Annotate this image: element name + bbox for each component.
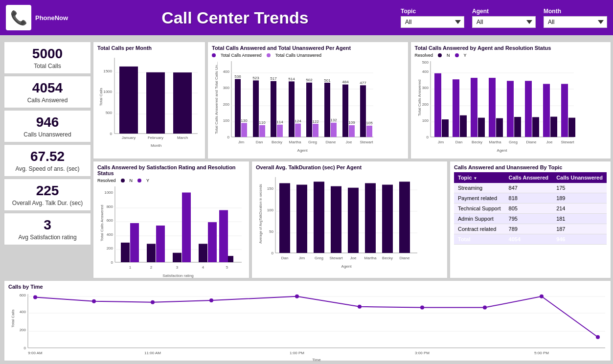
kpi-answered-value: 4054 bbox=[6, 80, 89, 96]
agent-filter-group: Agent All bbox=[472, 8, 536, 28]
topic-filter-select[interactable]: All bbox=[401, 16, 464, 28]
svg-text:Stewart: Stewart bbox=[329, 256, 343, 260]
svg-text:4: 4 bbox=[202, 265, 204, 270]
bar-march bbox=[173, 72, 192, 134]
bar-sat-4-n bbox=[199, 244, 207, 262]
topic-table-panel: Calls Answered and Unanswered By Topic T… bbox=[450, 161, 611, 278]
bar-greg-unanswered bbox=[313, 124, 318, 137]
month-filter-group: Month All bbox=[544, 8, 607, 28]
svg-text:1:00 PM: 1:00 PM bbox=[290, 351, 304, 355]
svg-text:130: 130 bbox=[241, 118, 248, 123]
legend-answered-dot bbox=[212, 53, 216, 57]
dot-1pm bbox=[295, 295, 299, 298]
svg-text:Diane: Diane bbox=[526, 140, 536, 144]
chart-title-avg-talk: Overall Avg. TalkDuration (sec) Per Agen… bbox=[256, 164, 443, 170]
legend-unanswered-label: Total Calls Unanswered bbox=[275, 53, 322, 58]
bar-res-becky-y bbox=[471, 78, 477, 137]
svg-text:400: 400 bbox=[20, 310, 26, 314]
svg-text:0: 0 bbox=[227, 135, 230, 139]
bar-january bbox=[119, 67, 138, 134]
kpi-answered: 4054 Calls Answered bbox=[4, 76, 91, 108]
svg-text:0: 0 bbox=[111, 260, 114, 265]
svg-text:3: 3 bbox=[176, 265, 179, 270]
kpi-avg-speed-value: 67.52 bbox=[6, 149, 89, 164]
agent-filter-select[interactable]: All bbox=[472, 16, 536, 28]
svg-text:Diane: Diane bbox=[400, 256, 410, 260]
bar-res-dan-y bbox=[453, 79, 459, 137]
dot-9am bbox=[33, 296, 37, 299]
cell-topic: Technical Support bbox=[454, 204, 505, 214]
svg-text:1000: 1000 bbox=[103, 90, 112, 94]
dot-11am bbox=[151, 300, 155, 304]
month-filter-select[interactable]: All bbox=[544, 16, 607, 28]
bar-talk-jim bbox=[296, 185, 307, 253]
cell-topic: Contract related bbox=[454, 224, 505, 234]
svg-text:200: 200 bbox=[107, 246, 114, 250]
svg-text:February: February bbox=[148, 136, 163, 140]
svg-text:Becky: Becky bbox=[272, 140, 282, 144]
svg-text:Greg: Greg bbox=[315, 256, 323, 260]
topic-data-table: Topic ▼ Calls Answered Calls Unanswered … bbox=[454, 172, 607, 245]
legend-y-label: Y bbox=[464, 53, 467, 58]
svg-text:105: 105 bbox=[366, 121, 373, 125]
svg-text:0: 0 bbox=[110, 132, 113, 136]
resolution-bar-chart: 0 100 200 300 400 500 Jim Dan bbox=[415, 59, 576, 154]
cell-answered: 818 bbox=[505, 193, 553, 204]
logo-area: 📞 PhoneNow bbox=[6, 5, 69, 30]
bar-talk-martha bbox=[365, 183, 376, 253]
svg-text:0: 0 bbox=[426, 135, 429, 139]
svg-text:200: 200 bbox=[422, 102, 429, 107]
svg-text:124: 124 bbox=[295, 119, 301, 123]
kpi-satisfaction: 3 Avg Satisfaction rating bbox=[4, 213, 91, 245]
satisfaction-chart: Calls Answered by Satisfaction Rating an… bbox=[93, 161, 250, 278]
svg-text:Agent: Agent bbox=[297, 148, 308, 153]
svg-text:Joe: Joe bbox=[346, 140, 352, 144]
phone-icon: 📞 bbox=[6, 5, 31, 30]
svg-text:100: 100 bbox=[223, 118, 230, 123]
col-header-unanswered: Calls Unanswered bbox=[552, 172, 607, 183]
svg-text:300: 300 bbox=[223, 86, 230, 90]
bar-diane-answered bbox=[324, 83, 330, 137]
bar-talk-greg bbox=[314, 182, 324, 253]
per-agent-bar-chart: 0 100 200 300 400 536 130 Jim 523 bbox=[212, 59, 373, 154]
bar-sat-1-n bbox=[121, 243, 130, 262]
svg-text:200: 200 bbox=[223, 102, 230, 107]
svg-text:Stewart: Stewart bbox=[561, 140, 574, 144]
resolution-legend: Resolved N Y bbox=[415, 53, 607, 58]
svg-text:400: 400 bbox=[223, 69, 230, 74]
cell-unanswered: 181 bbox=[552, 214, 607, 224]
svg-text:500: 500 bbox=[422, 60, 429, 65]
legend-unanswered-dot bbox=[267, 53, 271, 57]
kpi-satisfaction-label: Avg Satisfaction rating bbox=[6, 234, 89, 241]
svg-text:Martha: Martha bbox=[364, 256, 377, 260]
svg-text:11:00 AM: 11:00 AM bbox=[144, 351, 161, 355]
kpi-avg-talk-value: 225 bbox=[6, 183, 89, 199]
satisfaction-legend: Resolved N Y bbox=[97, 178, 245, 183]
bar-res-joe-n bbox=[550, 117, 557, 137]
bar-res-jim-y bbox=[434, 73, 441, 137]
legend-n-dot bbox=[438, 53, 442, 57]
svg-text:January: January bbox=[122, 136, 136, 140]
header: 📞 PhoneNow Call Center Trends Topic All … bbox=[0, 0, 613, 35]
svg-text:Jim: Jim bbox=[299, 256, 305, 260]
svg-text:122: 122 bbox=[312, 119, 319, 124]
svg-text:Agent: Agent bbox=[341, 264, 352, 269]
svg-text:Average of AvgTalkDuration in : Average of AvgTalkDuration in seconds bbox=[259, 184, 263, 244]
table-total-row: Total 4054 946 bbox=[454, 234, 607, 245]
svg-text:Total Calls: Total Calls bbox=[99, 88, 103, 106]
bar-sat-2-y bbox=[156, 226, 165, 262]
cell-unanswered: 189 bbox=[552, 193, 607, 204]
cell-topic: Payment related bbox=[454, 193, 505, 204]
bar-stewart-unanswered bbox=[366, 126, 372, 137]
bar-res-diane-n bbox=[532, 117, 539, 137]
cell-topic: Streaming bbox=[454, 183, 505, 193]
bar-res-stewart-n bbox=[568, 118, 575, 137]
bar-joe-answered bbox=[342, 85, 348, 137]
bar-talk-diane bbox=[399, 182, 410, 253]
dot-10am bbox=[92, 299, 96, 303]
chart-title-resolution: Total Calls Answered by Agent and Resolu… bbox=[415, 45, 607, 51]
legend-answered-label: Total Calls Answered bbox=[221, 53, 262, 58]
svg-text:477: 477 bbox=[360, 81, 366, 85]
dot-4pm bbox=[483, 306, 487, 310]
cell-unanswered: 187 bbox=[552, 224, 607, 234]
